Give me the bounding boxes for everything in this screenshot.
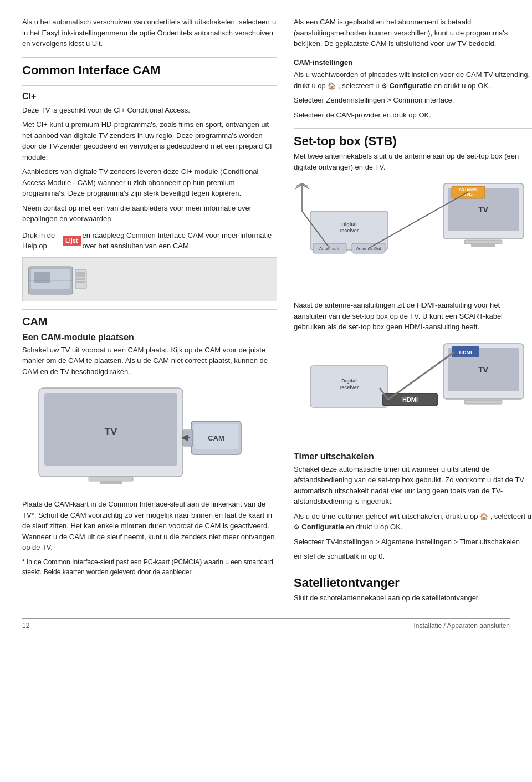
timer-p2: Als u de time-outtimer geheel wilt uitsc… (294, 511, 532, 533)
right-column: Als een CAM is geplaatst en het abonneme… (294, 17, 532, 607)
cam-settings-end: en drukt u op OK. (434, 81, 490, 90)
timer-home-icon: 🏠 (480, 513, 488, 520)
cam-p2: Plaats de CAM-kaart in de Common Interfa… (22, 499, 277, 553)
cam-module-title: Een CAM-module plaatsen (22, 333, 277, 343)
svg-rect-2 (34, 272, 50, 283)
svg-text:TV: TV (104, 426, 117, 437)
cam-configuratie: Configuratie (389, 81, 432, 90)
svg-text:receiver: receiver (340, 228, 359, 233)
svg-text:CAM: CAM (208, 434, 224, 442)
stb-svg-1: TV Digital receiver Antenna In Antenna O… (294, 178, 532, 289)
timer-configuratie: Configuratie (301, 523, 344, 531)
cam-settings-block: CAM-instellingen Als u wachtwoorden of p… (294, 57, 532, 121)
divider-5 (294, 446, 532, 446)
cam-settings-mid: , selecteert u (338, 81, 379, 90)
ci-p3: Neem contact op met een van die aanbiede… (22, 203, 277, 224)
svg-rect-22 (471, 244, 495, 247)
ci-p2: Aanbieders van digitale TV-zenders lever… (22, 166, 277, 199)
divider-2 (22, 85, 277, 86)
timer-line2: Selecteer TV-instellingen > Algemene ins… (294, 536, 532, 548)
satellite-title: Satellietontvanger (294, 576, 532, 590)
svg-text:TV: TV (478, 205, 489, 214)
page: Als u het automatisch verschuiven van on… (0, 0, 532, 782)
ci-desc: Deze TV is geschikt voor de CI+ Conditio… (22, 105, 277, 116)
cam-card-diagram (23, 258, 134, 300)
svg-text:ANTENNA: ANTENNA (459, 187, 478, 191)
page-number: 12 (22, 622, 29, 630)
svg-rect-21 (464, 240, 502, 244)
svg-text:Digital: Digital (341, 222, 357, 227)
divider-4 (294, 128, 532, 129)
timer-gear-icon: ⚙ (294, 523, 301, 531)
timer-title: Timer uitschakelen (294, 452, 532, 462)
help-pre-text: Druk in de Help op (22, 230, 61, 252)
stb-svg-2: TV Digital receiver HDMI HDMI (294, 338, 532, 432)
footer-right-text: Installatie / Apparaten aansluiten (414, 622, 510, 630)
stb-note: Naast de antenne-aansluitingen zit de HD… (294, 300, 532, 333)
help-post-text: en raadpleeg Common Interface CAM voor m… (83, 230, 277, 252)
divider-6 (294, 570, 532, 570)
svg-rect-7 (76, 281, 85, 283)
cam-gear-icon: ⚙ (381, 82, 389, 90)
svg-rect-43 (464, 400, 502, 404)
cam-tv-diagram: TV CAM (22, 382, 277, 493)
svg-rect-11 (100, 481, 122, 484)
svg-rect-6 (76, 278, 85, 280)
svg-rect-10 (89, 477, 133, 481)
cam-settings-line2: Selecteer Zenderinstellingen > Common in… (294, 95, 532, 106)
stb-diagram-2: TV Digital receiver HDMI HDMI (294, 338, 532, 438)
ci-p1: Met CI+ kunt u premium HD-programma's, z… (22, 119, 277, 162)
svg-text:HDMI: HDMI (402, 396, 418, 403)
svg-text:Digital: Digital (341, 378, 357, 384)
timer-p1: Schakel deze automatische timer uit wann… (294, 464, 532, 507)
cam-p3: * In de Common Interface-sleuf past een … (22, 557, 277, 577)
cam-p1: Schakel uw TV uit voordat u een CAM plaa… (22, 345, 277, 377)
divider-1 (22, 57, 277, 58)
timer-end: en drukt u op OK. (346, 523, 403, 531)
help-lijst-button: Lijst (63, 236, 81, 246)
cam-settings-text: Als u wachtwoorden of pincodes wilt inst… (294, 69, 532, 91)
divider-3 (22, 309, 277, 310)
main-layout: Als u het automatisch verschuiven van on… (22, 17, 510, 607)
svg-text:HDMI: HDMI (459, 350, 472, 355)
stb-desc: Met twee antennekabels sluit u de antenn… (294, 151, 532, 172)
svg-text:75Ω: 75Ω (464, 192, 473, 197)
timer-line3: en stel de schuifbalk in op 0. (294, 551, 532, 562)
ci-plus-label: CI+ (22, 91, 277, 101)
cam-image-box (22, 257, 277, 301)
cam-label: CAM (22, 315, 277, 328)
cam-settings-title: CAM-instellingen (294, 57, 532, 68)
svg-text:receiver: receiver (340, 385, 359, 390)
stb-title: Set-top box (STB) (294, 134, 532, 149)
footer: 12 Installatie / Apparaten aansluiten (22, 618, 510, 630)
svg-text:Antenna In: Antenna In (319, 246, 341, 251)
svg-text:TV: TV (478, 365, 489, 374)
timer-mid: , selecteert u (490, 512, 531, 520)
stb-diagram-1: TV Digital receiver Antenna In Antenna O… (294, 178, 532, 294)
timer-p2-pre: Als u de time-outtimer geheel wilt uitsc… (294, 512, 478, 520)
intro-paragraph-left: Als u het automatisch verschuiven van on… (22, 17, 277, 49)
intro-paragraph-right: Als een CAM is geplaatst en het abonneme… (294, 17, 532, 49)
satellite-section: Satellietontvanger Sluit de schotelanten… (294, 576, 532, 604)
cam-settings-line3: Selecteer de CAM-provider en druk op OK. (294, 110, 532, 121)
satellite-p: Sluit de schotelantennekabel aan op de s… (294, 592, 532, 604)
svg-rect-5 (76, 272, 85, 277)
cam-tv-svg: TV CAM (22, 382, 255, 490)
help-line: Druk in de Help op Lijst en raadpleeg Co… (22, 230, 277, 252)
section-title-cam: Common Interface CAM (22, 63, 277, 78)
left-column: Als u het automatisch verschuiven van on… (22, 17, 277, 607)
cam-home-icon: 🏠 (328, 82, 336, 90)
